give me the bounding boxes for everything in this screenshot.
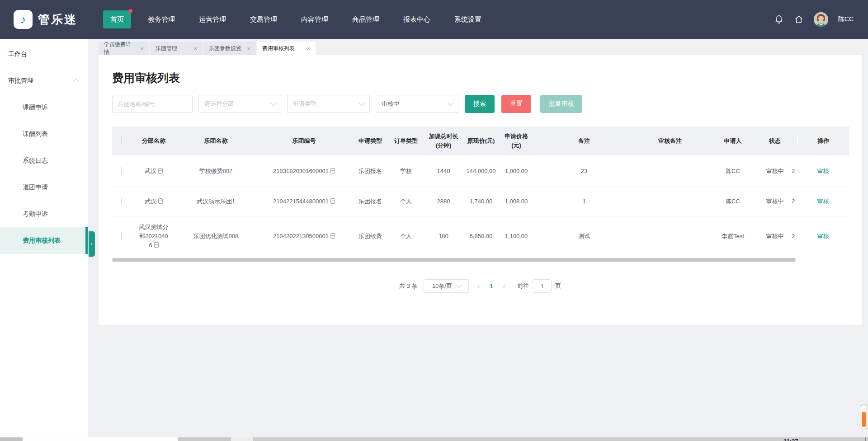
close-icon[interactable] [193, 45, 197, 52]
cell-minutes: 1440 [424, 167, 463, 176]
menu-item-home[interactable]: 首页 [103, 10, 131, 28]
col-header-audit-remark: 审核备注 [635, 136, 705, 145]
current-page[interactable]: 1 [488, 283, 495, 290]
audit-action-link[interactable]: 审核 [817, 233, 829, 239]
copy-icon[interactable] [330, 168, 335, 174]
cell-remark: 23 [533, 167, 635, 176]
reset-button[interactable]: 重置 [501, 95, 531, 113]
sidebar-item-keshou-list[interactable]: 课酬列表 [0, 121, 88, 147]
branch-select-placeholder: 请选择分部 [204, 100, 234, 108]
notification-dot [128, 9, 132, 13]
home-icon[interactable] [794, 14, 804, 24]
cell-code: 21042022130500001 [273, 233, 329, 239]
sidebar-item-quit-apply[interactable]: 退团申请 [0, 174, 88, 201]
sidebar-group-approval[interactable]: 审批管理 [0, 67, 88, 94]
menu-item-baobiao[interactable]: 报表中心 [403, 15, 430, 24]
cell-minutes: 180 [424, 232, 463, 241]
table-row: 武汉 学校缴费007 21031820301600001 乐团报名 学校 144… [112, 155, 849, 187]
cell-time-clipped: 2 [789, 167, 797, 176]
sidebar-item-workbench[interactable]: 工作台 [0, 41, 88, 67]
cell-original-price: 1,740.00 [463, 197, 499, 206]
cell-status: 审核中 [760, 167, 789, 176]
sidebar: 工作台 审批管理 课酬申诉 课酬列表 系统日志 退团申请 考勤申诉 费用审核列表 [0, 39, 88, 437]
copy-icon[interactable] [330, 233, 335, 239]
sidebar-item-keshou-appeal[interactable]: 课酬申诉 [0, 94, 88, 121]
cell-time-clipped: 2 [789, 197, 797, 206]
scrollbar-thumb[interactable] [862, 412, 866, 427]
cell-status: 审核中 [760, 197, 789, 206]
vertical-scrollbar[interactable] [861, 404, 867, 429]
tab-fee-audit-list[interactable]: 费用审核列表 [257, 42, 316, 55]
sidebar-item-fee-audit-list[interactable]: 费用审核列表 [0, 227, 88, 254]
page-size-select[interactable]: 10条/页 [424, 279, 469, 293]
brand-name: 管乐迷 [38, 12, 77, 28]
cell-order-type: 个人 [388, 232, 424, 241]
menu-item-xitong[interactable]: 系统设置 [454, 15, 481, 24]
apply-type-select[interactable]: 申请类型 [287, 95, 370, 113]
branch-select[interactable]: 请选择分部 [198, 95, 281, 113]
pagination-total: 共 3 条 [399, 282, 417, 290]
menu-item-neirong[interactable]: 内容管理 [301, 15, 328, 24]
sidebar-collapse-handle[interactable] [89, 231, 95, 257]
menu-item-jiaowu[interactable]: 教务管理 [148, 15, 175, 24]
cell-band: 武汉演示乐团1 [176, 197, 255, 206]
menu-item-jiaoyi[interactable]: 交易管理 [250, 15, 277, 24]
cell-minutes: 2880 [424, 197, 463, 206]
horizontal-scrollbar[interactable] [112, 258, 796, 262]
username[interactable]: 陈CC [838, 15, 854, 23]
copy-icon[interactable] [330, 198, 335, 204]
avatar[interactable] [814, 12, 828, 27]
tab-band-params[interactable]: 乐团参数设置 [203, 42, 256, 55]
close-icon[interactable] [140, 45, 144, 52]
tab-label: 费用审核列表 [262, 45, 295, 52]
next-page-button[interactable] [501, 281, 507, 291]
cell-remark: 测试 [533, 232, 635, 241]
app-logo [14, 10, 33, 29]
row-checkbox[interactable] [121, 197, 122, 205]
menu-item-shangpin[interactable]: 商品管理 [352, 15, 379, 24]
menu-item-yunying[interactable]: 运营管理 [199, 15, 226, 24]
goto-page-input[interactable] [533, 279, 552, 293]
sidebar-group-label: 审批管理 [8, 77, 33, 85]
col-header-minutes: 加课总时长(分钟) [424, 132, 463, 150]
bell-icon[interactable] [774, 14, 784, 24]
sidebar-item-label: 费用审核列表 [23, 237, 61, 245]
copy-icon[interactable] [158, 198, 163, 204]
table-row: 武汉测试分部20210406 乐团优化测试008 210420221305000… [112, 216, 849, 256]
col-header-remark: 备注 [533, 136, 635, 145]
search-button[interactable]: 搜索 [465, 95, 495, 113]
col-header-action: 操作 [797, 136, 849, 145]
row-checkbox[interactable] [121, 167, 122, 175]
tab-band-management[interactable]: 乐团管理 [150, 42, 203, 55]
tab-label: 乐团管理 [156, 45, 177, 52]
status-select[interactable]: 审核中 [376, 95, 458, 113]
taskbar-clock: 11:27 [783, 438, 798, 441]
brand[interactable]: 管乐迷 [14, 10, 99, 29]
page-size-value: 10条/页 [432, 282, 452, 290]
close-icon[interactable] [247, 45, 250, 52]
prev-page-button[interactable] [475, 281, 481, 291]
close-icon[interactable] [307, 45, 310, 52]
content-card: 费用审核列表 请选择分部 申请类型 审核中 搜索 重置 批量审核 分部名称 乐团… [99, 55, 862, 325]
sidebar-item-system-log[interactable]: 系统日志 [0, 147, 88, 174]
cell-band: 学校缴费007 [176, 167, 255, 176]
page-unit-label: 页 [555, 282, 561, 290]
copy-icon[interactable] [154, 242, 159, 248]
copy-icon[interactable] [158, 168, 163, 174]
sidebar-item-attendance-appeal[interactable]: 考勤申诉 [0, 201, 88, 227]
row-checkbox[interactable] [121, 232, 122, 240]
cell-applicant: 李霞Test [705, 232, 760, 241]
band-name-input[interactable] [118, 101, 187, 108]
audit-action-link[interactable]: 审核 [817, 198, 829, 205]
tab-label: 乐团参数设置 [209, 45, 241, 52]
batch-audit-button[interactable]: 批量审核 [540, 95, 582, 113]
cell-order-type: 学校 [388, 167, 424, 176]
goto-label: 前往 [517, 282, 529, 290]
audit-action-link[interactable]: 审核 [817, 168, 829, 174]
taskbar-segment [231, 437, 253, 441]
select-all-checkbox[interactable] [121, 137, 122, 145]
top-navbar: 管乐迷 首页 教务管理 运营管理 交易管理 内容管理 商品管理 报表中心 系统设… [0, 0, 868, 39]
col-header-status: 状态 [760, 136, 789, 145]
tab-student-payment-detail[interactable]: 学员缴费详情 [99, 42, 149, 55]
cell-code: 21042215444800001 [273, 198, 329, 205]
